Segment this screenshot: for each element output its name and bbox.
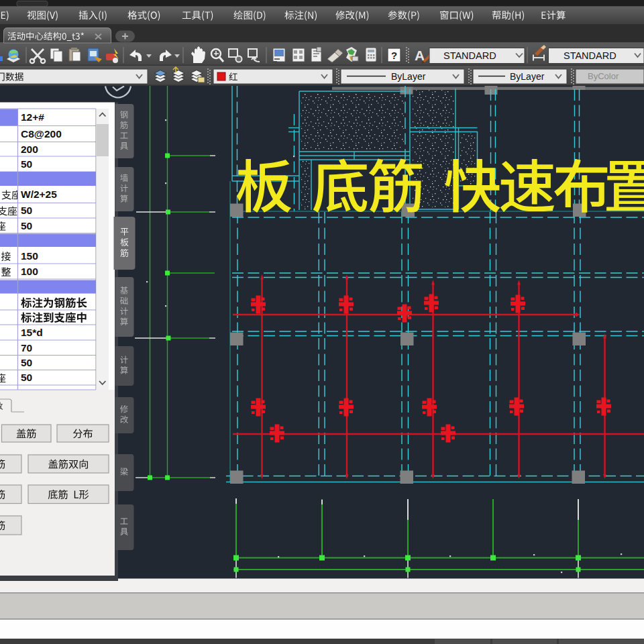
svg-text:50: 50 (21, 357, 32, 368)
svg-text:W/2+25: W/2+25 (21, 189, 57, 200)
svg-text:C8@200: C8@200 (21, 128, 62, 140)
svg-text:150: 150 (21, 250, 38, 262)
svg-text:50: 50 (21, 158, 32, 170)
svg-text:12+#: 12+# (21, 111, 44, 123)
svg-text:100: 100 (21, 266, 38, 277)
svg-text:ByLayer: ByLayer (391, 71, 426, 82)
svg-text:15*d: 15*d (21, 327, 43, 338)
svg-text:ByColor: ByColor (588, 71, 619, 81)
svg-text:STANDARD: STANDARD (443, 50, 496, 61)
svg-text:ByLayer: ByLayer (510, 71, 545, 82)
svg-text:200: 200 (21, 144, 38, 155)
svg-text:70: 70 (21, 342, 32, 354)
svg-text:50: 50 (21, 372, 32, 383)
svg-text:50: 50 (21, 205, 32, 216)
svg-text:50: 50 (21, 220, 32, 231)
svg-text:STANDARD: STANDARD (564, 50, 616, 61)
svg-text:?: ? (391, 50, 397, 61)
